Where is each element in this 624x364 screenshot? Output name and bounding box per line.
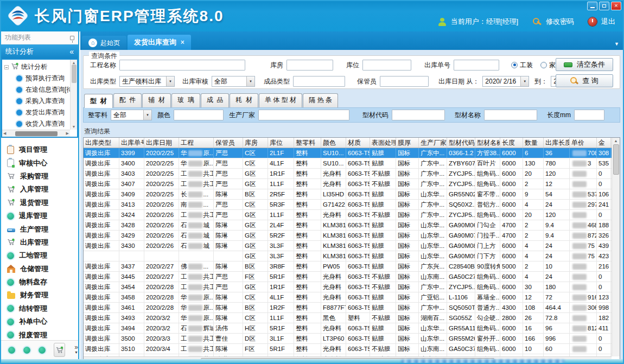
sidebar-item-物料盘存[interactable]: 物料盘存 <box>1 276 78 289</box>
column-header-保管员[interactable]: 保管员 <box>214 138 243 148</box>
product-type-input[interactable] <box>293 76 345 87</box>
column-header-单价[interactable]: 单价 <box>570 138 597 148</box>
table-row[interactable]: 调拨出库34092020/2/25长...陈琳B区2R5F整料LI35HD606… <box>84 189 620 200</box>
tree-item-发货出库查询[interactable]: 发货出库查询 <box>4 107 77 118</box>
sidebar-item-财务管理[interactable]: 财务管理 <box>1 289 78 302</box>
tree-item-采购入库查询[interactable]: 采购入库查询 <box>4 95 77 107</box>
column-header-出库单号[interactable]: 出库单号 <box>119 138 144 148</box>
radio-work[interactable]: 工装 <box>511 61 533 70</box>
table-row[interactable]: G区3L3F整料KLM38176063-T5贴膜国标山东华...GA90M09.… <box>84 251 620 261</box>
material-tab-单体型材[interactable]: 单 体 型 材 <box>259 93 302 107</box>
material-tab-耗材[interactable]: 耗 材 <box>230 93 258 107</box>
table-row[interactable]: 调拨出库34032020/2/25工共工程严思G区1R1F整料光身料6063-T… <box>84 169 620 179</box>
column-header-库房[interactable]: 库房 <box>243 138 268 148</box>
order-no-input[interactable] <box>454 60 499 71</box>
table-row[interactable]: 调拨出库34372020/2/27佛...陈琳B区3R8F整料PW056063-… <box>84 261 620 272</box>
sidebar-section-header[interactable]: 统计分析 « <box>1 44 78 59</box>
column-header-金[interactable]: 金 <box>597 138 611 148</box>
search-button[interactable]: 查 询 <box>556 74 613 87</box>
column-header-长度[interactable]: 长度 <box>500 138 523 148</box>
sidebar-item-退货管理[interactable]: 退货管理 <box>1 196 78 209</box>
material-tab-型材[interactable]: 型 材 <box>84 94 113 108</box>
minimize-button[interactable] <box>587 2 597 10</box>
column-header-工程[interactable]: 工程 <box>179 138 214 148</box>
material-tab-辅材[interactable]: 辅 材 <box>142 93 171 107</box>
whole-part-select[interactable]: 全部▼ <box>111 110 152 120</box>
sidebar-item-审核中心[interactable]: 审核中心 <box>1 156 78 169</box>
sidebar-item-出库管理[interactable]: 出库管理 <box>1 236 78 249</box>
sidebar-item-退库管理[interactable]: 退库管理 <box>1 209 78 222</box>
column-header-库位[interactable]: 库位 <box>268 138 294 148</box>
table-row[interactable]: 调拨出库35002020/3/3工共工程曹佳D区3L1F整料LT3P606063… <box>84 334 620 344</box>
tab-home[interactable]: ⌂ 起始页 <box>82 36 126 50</box>
shortcut-circle-icon[interactable] <box>39 347 46 354</box>
tree-root-statistics[interactable]: 统计分析 <box>4 61 77 73</box>
profile-code-input[interactable] <box>392 110 445 120</box>
tree-item-预算执行查询[interactable]: 预算执行查询 <box>4 73 77 84</box>
overflow-chevron[interactable]: »▼ <box>74 345 78 355</box>
sidebar-item-工地管理[interactable]: 工地管理 <box>1 249 78 262</box>
column-header-出库长度[interactable]: 出库长度 <box>544 138 570 148</box>
factory-input[interactable] <box>258 110 349 120</box>
audit-select[interactable]: 全部▼ <box>212 76 255 87</box>
date-from-picker[interactable]: 2020/ 2/16▼ <box>482 76 529 87</box>
logout-link[interactable]: 退出 <box>601 17 615 27</box>
material-tab-成品[interactable]: 成 品 <box>201 93 230 107</box>
column-header-整零料[interactable]: 整零料 <box>294 138 321 148</box>
grid-vertical-scrollbar[interactable]: ▲ <box>612 138 620 356</box>
tab-shipping-outbound-query[interactable]: 发货出库查询 × <box>128 35 191 50</box>
project-name-input[interactable] <box>119 60 245 71</box>
close-tab-icon[interactable]: × <box>181 39 184 46</box>
column-header-生产厂家[interactable]: 生产厂家 <box>419 138 447 148</box>
column-header-表面处理[interactable]: 表面处理 <box>370 138 396 148</box>
column-header-型材名称[interactable]: 型材名称 <box>475 138 500 148</box>
tree-vertical-scrollbar[interactable]: ▲▼ <box>70 60 77 130</box>
tree-item-收货入库查询[interactable]: 收货入库查询 <box>4 118 77 130</box>
warehouse-input[interactable] <box>286 60 333 71</box>
table-row[interactable]: 调拨出库34542020/2/28工共工程严思G区1R1F整料光身料6063-T… <box>84 282 620 292</box>
material-tab-隔热条[interactable]: 隔 热 条 <box>303 93 338 107</box>
shortcut-cart-button[interactable] <box>54 343 65 357</box>
material-tab-玻璃[interactable]: 玻 璃 <box>171 93 200 107</box>
table-row[interactable]: 调拨出库34072020/2/25工共工程严思G区1L1F整料光身料6063-T… <box>84 179 620 189</box>
table-row[interactable]: 调拨出库34282020/2/26石城陈琳G区2L4F整料KLM38176063… <box>84 220 620 231</box>
shortcut-circle-icon[interactable] <box>23 347 30 354</box>
table-row[interactable]: 调拨出库34612020/2/28华原...陈琳B区1R2F整料F8877FT6… <box>84 303 620 313</box>
table-row[interactable]: 调拨出库35102020/3/4工共工程陈琳F区5R1F整料光身料6063-T5… <box>84 344 620 354</box>
length-input[interactable] <box>574 110 604 120</box>
sidebar-item-生产管理[interactable]: 生产管理 <box>1 222 78 235</box>
sidebar-item-结转管理[interactable]: 结转管理 <box>1 302 78 315</box>
shortcut-circle-icon[interactable] <box>8 347 15 354</box>
table-row[interactable]: 调拨出库34292020/2/26石城陈琳G区5R2F整料KLM38176063… <box>84 231 620 241</box>
change-password-link[interactable]: 修改密码 <box>546 17 574 27</box>
location-input[interactable] <box>362 60 411 71</box>
table-row[interactable]: 调拨出库33992020/2/25华原...严思C区2L1F整料SU10...6… <box>84 148 620 158</box>
table-row[interactable]: 调拨出库34302020/2/26石城陈琳G区3L3F整料KLM38176063… <box>84 241 620 251</box>
column-header-数量[interactable]: 数量 <box>523 138 544 148</box>
tree-horizontal-scrollbar[interactable]: ◀▶ <box>2 130 70 137</box>
expander-icon[interactable] <box>4 65 9 69</box>
close-button[interactable]: × <box>611 2 621 10</box>
tab-overflow-caret[interactable]: ▼ <box>614 41 619 47</box>
sidebar-item-项目管理[interactable]: 项目管理 <box>1 143 78 156</box>
pin-icon[interactable] <box>70 36 74 40</box>
sidebar-item-补单中心[interactable]: 补单中心 <box>1 315 78 328</box>
tree-item-在途信息查询[待[interactable]: 在途信息查询[待 <box>4 84 77 95</box>
keeper-input[interactable] <box>380 76 429 87</box>
table-row[interactable]: 调拨出库34242020/2/26工共工程严思G区1L1F整料光身料6063-T… <box>84 210 620 220</box>
table-row[interactable]: 调拨出库34002020/2/25华原...严思C区4L1F整料SU10...6… <box>84 158 620 169</box>
table-row[interactable]: 调拨出库34132020/2/26南...严思C区5R3F整料G71422606… <box>84 200 620 210</box>
column-header-材质[interactable]: 材质 <box>346 138 370 148</box>
column-header-出库日期[interactable]: 出库日期 <box>144 138 179 148</box>
column-header-型材代码[interactable]: 型材代码 <box>447 138 475 148</box>
clear-conditions-button[interactable]: 清空条件 <box>556 58 613 71</box>
column-header-出库类型[interactable]: 出库类型 <box>84 138 119 148</box>
material-tab-配件[interactable]: 配 件 <box>113 93 142 107</box>
collapse-icon[interactable]: « <box>69 47 74 56</box>
sidebar-item-采购管理[interactable]: 采购管理 <box>1 170 78 183</box>
column-header-膜厚[interactable]: 膜厚 <box>396 138 419 148</box>
sidebar-item-入库管理[interactable]: 入库管理 <box>1 183 78 196</box>
column-header-颜色[interactable]: 颜色 <box>321 138 346 148</box>
outbound-type-select[interactable]: 生产领料出库▼ <box>119 76 175 87</box>
table-row[interactable]: 调拨出库34452020/2/27工共工程严思F区5R1F整料光身料6063-T… <box>84 272 620 282</box>
